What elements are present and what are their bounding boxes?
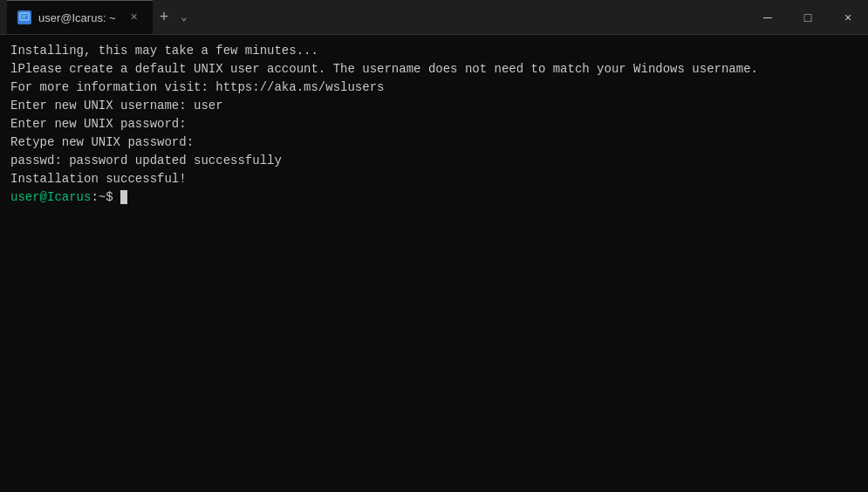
terminal-output: Installing, this may take a few minutes.…	[10, 42, 858, 207]
terminal-line: passwd: password updated successfully	[10, 152, 858, 170]
tab-close-button[interactable]: ×	[126, 10, 142, 25]
active-tab[interactable]: user@Icarus: ~ ×	[7, 0, 153, 34]
terminal-line: Installing, this may take a few minutes.…	[10, 42, 858, 60]
prompt-user: user@Icarus	[10, 190, 91, 204]
maximize-button[interactable]: □	[788, 0, 828, 35]
tab-icon	[17, 10, 31, 24]
cursor	[120, 190, 127, 204]
prompt-path: :~	[91, 190, 106, 204]
tab-title-text: user@Icarus: ~	[38, 11, 116, 24]
terminal-window: user@Icarus: ~ × + ⌄ ─ □ × Installing, t…	[0, 0, 868, 492]
prompt-symbol: $	[106, 190, 120, 204]
terminal-line: user@Icarus:~$	[10, 188, 858, 207]
svg-rect-0	[20, 13, 29, 20]
dropdown-button[interactable]: ⌄	[175, 0, 192, 34]
terminal-line: Retype new UNIX password:	[10, 133, 858, 152]
terminal-line: Enter new UNIX password:	[10, 115, 858, 133]
terminal-line: Enter new UNIX username: user	[10, 97, 858, 115]
terminal-line: Installation successful!	[10, 170, 858, 188]
terminal-line: lPlease create a default UNIX user accou…	[10, 60, 858, 79]
close-button[interactable]: ×	[828, 0, 868, 35]
minimize-button[interactable]: ─	[748, 0, 788, 35]
titlebar: user@Icarus: ~ × + ⌄ ─ □ ×	[0, 0, 868, 35]
terminal-line: For more information visit: https://aka.…	[10, 79, 858, 97]
new-tab-button[interactable]: +	[153, 0, 176, 34]
terminal-body[interactable]: Installing, this may take a few minutes.…	[0, 35, 868, 492]
